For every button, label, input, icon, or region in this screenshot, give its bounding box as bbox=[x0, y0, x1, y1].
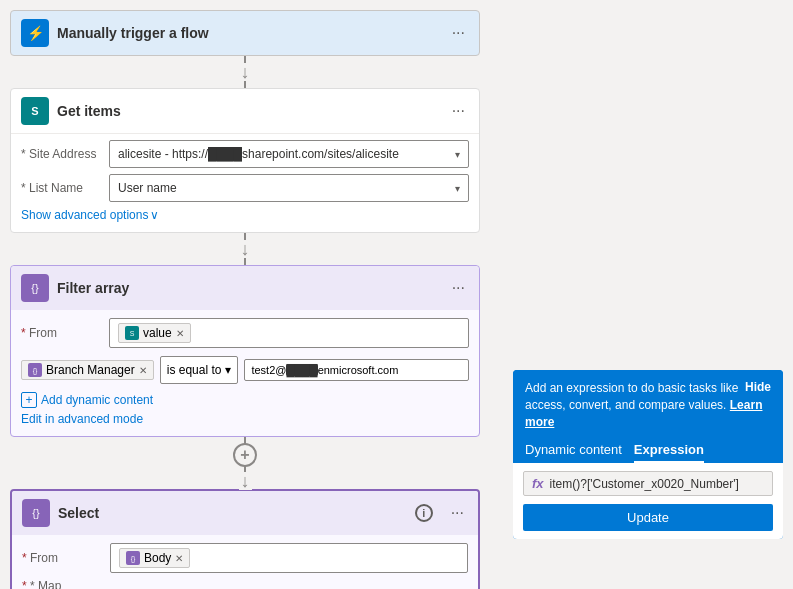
expr-body: fx item()?['Customer_x0020_Number'] Upda… bbox=[513, 463, 783, 539]
get-items-body: * Site Address alicesite - https://████s… bbox=[11, 133, 479, 232]
expr-header: Hide Add an expression to do basic tasks… bbox=[513, 370, 783, 438]
connector-plus-1: + bbox=[10, 437, 480, 473]
select-title: Select bbox=[58, 505, 407, 521]
branch-token-icon: {} bbox=[28, 363, 42, 377]
expr-text[interactable]: item()?['Customer_x0020_Number'] bbox=[550, 477, 764, 491]
arrow-2: ↓ bbox=[239, 240, 252, 258]
filter-body: From S value ✕ {} Branch Manager ✕ bbox=[11, 310, 479, 436]
list-name-arrow: ▾ bbox=[455, 183, 460, 194]
edit-advanced-link[interactable]: Edit in advanced mode bbox=[21, 412, 469, 426]
filter-array-card: {} Filter array ··· From S value ✕ bbox=[10, 265, 480, 437]
site-address-field[interactable]: alicesite - https://████sharepoint.com/s… bbox=[109, 140, 469, 168]
filter-title: Filter array bbox=[57, 280, 440, 296]
add-step-btn[interactable]: + bbox=[233, 443, 257, 467]
branch-token-close[interactable]: ✕ bbox=[139, 365, 147, 376]
body-token-close[interactable]: ✕ bbox=[175, 553, 183, 564]
site-address-row: * Site Address alicesite - https://████s… bbox=[21, 140, 469, 168]
list-name-label: * List Name bbox=[21, 181, 101, 195]
trigger-card: ⚡ Manually trigger a flow ··· bbox=[10, 10, 480, 56]
filter-header: {} Filter array ··· bbox=[11, 266, 479, 310]
dynamic-content-tab[interactable]: Dynamic content bbox=[525, 438, 622, 463]
value-token-close[interactable]: ✕ bbox=[176, 328, 184, 339]
connector-1: ↓ bbox=[10, 56, 480, 88]
select-header: {} Select i ··· bbox=[12, 491, 478, 535]
select-card: {} Select i ··· From {} Body ✕ bbox=[10, 489, 480, 589]
value-token-icon: S bbox=[125, 326, 139, 340]
list-name-text: User name bbox=[118, 181, 177, 195]
branch-manager-token: {} Branch Manager ✕ bbox=[21, 360, 154, 380]
select-from-row: From {} Body ✕ bbox=[22, 543, 468, 573]
site-address-text: alicesite - https://████sharepoint.com/s… bbox=[118, 147, 399, 161]
filter-condition-row: {} Branch Manager ✕ is equal to ▾ test2@… bbox=[21, 356, 469, 384]
list-name-field[interactable]: User name ▾ bbox=[109, 174, 469, 202]
chevron-down-icon: ∨ bbox=[150, 208, 159, 222]
add-dynamic-btn-icon: + bbox=[21, 392, 37, 408]
expr-hide-btn[interactable]: Hide bbox=[745, 380, 771, 394]
filter-from-field[interactable]: S value ✕ bbox=[109, 318, 469, 348]
filter-from-row: From S value ✕ bbox=[21, 318, 469, 348]
add-dynamic-content-filter[interactable]: + Add dynamic content bbox=[21, 392, 469, 408]
site-address-label: * Site Address bbox=[21, 147, 101, 161]
select-icon: {} bbox=[22, 499, 50, 527]
site-address-arrow: ▾ bbox=[455, 149, 460, 160]
value-token: S value ✕ bbox=[118, 323, 191, 343]
expr-tabs: Dynamic content Expression bbox=[513, 438, 783, 463]
get-items-title: Get items bbox=[57, 103, 440, 119]
expr-input-row: fx item()?['Customer_x0020_Number'] bbox=[523, 471, 773, 496]
trigger-header: ⚡ Manually trigger a flow ··· bbox=[11, 11, 479, 55]
update-button[interactable]: Update bbox=[523, 504, 773, 531]
select-menu[interactable]: ··· bbox=[447, 502, 468, 524]
fx-label: fx bbox=[532, 476, 544, 491]
arrow-1: ↓ bbox=[239, 63, 252, 81]
connector-3: ↓ bbox=[10, 473, 480, 489]
select-from-label: From bbox=[22, 551, 102, 565]
get-items-header: S Get items ··· bbox=[11, 89, 479, 133]
expression-tab[interactable]: Expression bbox=[634, 438, 704, 463]
map-label: * Map bbox=[22, 579, 102, 589]
select-from-field[interactable]: {} Body ✕ bbox=[110, 543, 468, 573]
get-items-menu[interactable]: ··· bbox=[448, 100, 469, 122]
condition-operator[interactable]: is equal to ▾ bbox=[160, 356, 239, 384]
show-advanced-link[interactable]: Show advanced options ∨ bbox=[21, 208, 469, 222]
filter-menu[interactable]: ··· bbox=[448, 277, 469, 299]
arrow-3: ↓ bbox=[239, 472, 252, 490]
filter-icon: {} bbox=[21, 274, 49, 302]
expr-header-text: Add an expression to do basic tasks like… bbox=[525, 380, 771, 430]
expression-panel: Hide Add an expression to do basic tasks… bbox=[513, 370, 783, 539]
map-label-row: * Map bbox=[22, 579, 468, 589]
body-token-icon: {} bbox=[126, 551, 140, 565]
op-arrow: ▾ bbox=[225, 363, 231, 377]
info-icon: i bbox=[415, 504, 433, 522]
filter-from-label: From bbox=[21, 326, 101, 340]
sharepoint-icon: S bbox=[21, 97, 49, 125]
trigger-icon: ⚡ bbox=[21, 19, 49, 47]
condition-value: test2@████enmicrosoft.com bbox=[244, 359, 469, 381]
trigger-menu[interactable]: ··· bbox=[448, 22, 469, 44]
select-body: From {} Body ✕ * Map Customer bbox=[12, 535, 478, 589]
connector-2: ↓ bbox=[10, 233, 480, 265]
list-name-row: * List Name User name ▾ bbox=[21, 174, 469, 202]
trigger-title: Manually trigger a flow bbox=[57, 25, 440, 41]
get-items-card: S Get items ··· * Site Address alicesite… bbox=[10, 88, 480, 233]
body-token: {} Body ✕ bbox=[119, 548, 190, 568]
